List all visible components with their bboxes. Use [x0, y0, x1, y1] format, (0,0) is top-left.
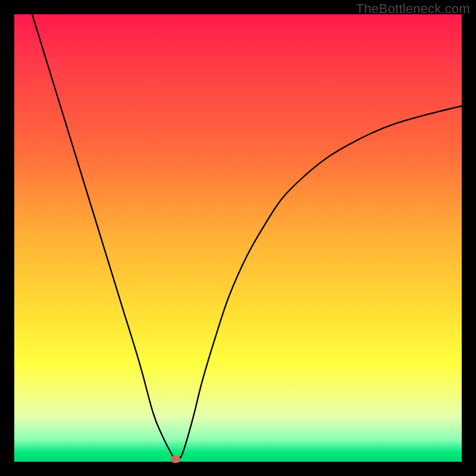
plot-area: [14, 14, 462, 462]
optimal-point-marker: [171, 456, 180, 463]
curve-svg: [14, 14, 462, 462]
bottleneck-curve: [32, 14, 462, 460]
watermark-text: TheBottleneck.com: [356, 1, 470, 17]
chart-frame: TheBottleneck.com: [0, 0, 476, 476]
